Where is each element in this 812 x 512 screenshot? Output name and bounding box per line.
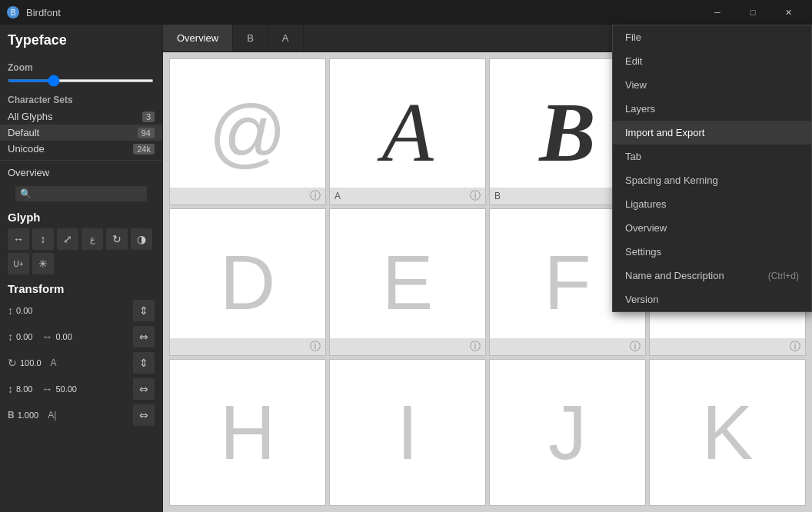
dropdown-menu: File Edit View Layers Import and Export … [612, 25, 812, 312]
menu-item-view[interactable]: View [613, 73, 811, 97]
menu-name-desc-shortcut: (Ctrl+d) [768, 271, 799, 281]
main-area: Typeface Zoom Character Sets All Glyphs … [0, 25, 812, 512]
menu-item-tab[interactable]: Tab [613, 145, 811, 168]
menu-item-overview[interactable]: Overview [613, 216, 811, 240]
menu-name-desc-label: Name and Description [625, 270, 724, 281]
menu-view-label: View [625, 79, 647, 91]
menu-layers-label: Layers [625, 103, 655, 115]
menu-item-import-export[interactable]: Import and Export [613, 121, 811, 145]
menu-overview-label: Overview [625, 222, 667, 234]
menu-item-settings[interactable]: Settings [613, 240, 811, 264]
menu-item-spacing-kerning[interactable]: Spacing and Kerning [613, 168, 811, 192]
dropdown-overlay: File Edit View Layers Import and Export … [0, 25, 812, 512]
menu-ligatures-label: Ligatures [625, 198, 666, 210]
menu-item-edit[interactable]: Edit [613, 49, 811, 73]
menu-tab-label: Tab [625, 151, 641, 162]
menu-import-export-label: Import and Export [625, 127, 704, 138]
menu-file-label: File [625, 32, 641, 43]
menu-item-version[interactable]: Version [613, 288, 811, 311]
menu-item-layers[interactable]: Layers [613, 97, 811, 121]
menu-spacing-label: Spacing and Kerning [625, 175, 718, 186]
menu-edit-label: Edit [625, 55, 642, 67]
menu-item-name-description[interactable]: Name and Description (Ctrl+d) [613, 264, 811, 288]
menu-item-ligatures[interactable]: Ligatures [613, 192, 811, 216]
menu-settings-label: Settings [625, 246, 661, 258]
menu-version-label: Version [625, 294, 658, 305]
menu-item-file[interactable]: File [613, 25, 811, 49]
